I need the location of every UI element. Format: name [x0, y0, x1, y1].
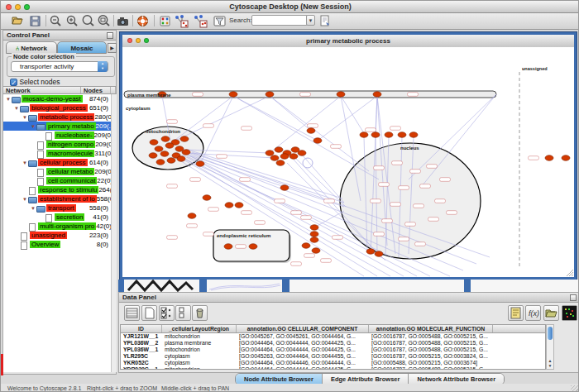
tree-item-label[interactable]: Overview — [30, 241, 60, 248]
network-edge[interactable] — [172, 96, 233, 142]
network-node[interactable] — [249, 244, 257, 250]
table-cell[interactable]: cytoplasm — [162, 353, 237, 360]
column-header[interactable]: annotation.GO MOLECULAR_FUNCTION — [369, 325, 493, 332]
tree-row[interactable]: ▼establishment of lo558(0) — [3, 194, 111, 203]
self-loop-edge[interactable] — [303, 158, 313, 168]
network-node[interactable] — [312, 248, 320, 254]
disclosure-triangle-icon[interactable]: ▼ — [22, 115, 28, 120]
save-session-icon[interactable] — [28, 14, 42, 28]
table-cell[interactable]: [GO:0016787, GO:0005488, GO:0005215, G..… — [369, 340, 493, 347]
tree-row[interactable]: cellular metabo209(0) — [3, 167, 111, 176]
network-node[interactable] — [371, 132, 380, 138]
table-row[interactable]: YDR039C__1mitochondrion[GO:0044464, GO:0… — [121, 366, 545, 370]
network-node[interactable] — [337, 92, 345, 98]
network-node[interactable] — [155, 146, 163, 152]
network-node[interactable] — [280, 154, 289, 160]
search-dropdown-arrow[interactable]: ▼ — [306, 15, 315, 26]
network-node[interactable] — [182, 150, 190, 155]
node-color-dropdown[interactable]: transporter activity ▲▼ — [11, 61, 108, 72]
table-row[interactable]: YLR295Ccytoplasm[GO:0045263, GO:0044464,… — [121, 353, 545, 360]
layout-grid-icon[interactable] — [158, 14, 172, 28]
table-cell[interactable]: [GO:0044464, GO:0044444, GO:0044425, G..… — [237, 340, 369, 347]
network-node[interactable] — [310, 232, 318, 237]
table-cell[interactable]: [GO:0044464, GO:0044446, GO:0044444, G..… — [237, 360, 369, 366]
tree-item-label[interactable]: cellular metabo — [46, 168, 94, 175]
network-canvas[interactable]: plasma membrane cytoplasm mitochondrion … — [122, 47, 574, 277]
tree-item-label[interactable]: unassigned — [30, 232, 67, 239]
network-node[interactable] — [302, 243, 310, 249]
minimize-button[interactable] — [136, 38, 141, 43]
tab-mosaic[interactable]: Mosaic — [57, 41, 107, 54]
tree-item-label[interactable]: nucleobase- — [55, 131, 94, 139]
tree-row[interactable]: nitrogen compo209(0) — [3, 140, 111, 149]
network-window-titlebar[interactable]: primary metabolic process — [122, 35, 574, 48]
tree-row[interactable]: ▼mosaic-demo-yeast874(0) — [3, 94, 111, 103]
tree-row[interactable]: secretion41(0) — [3, 213, 111, 222]
network-node[interactable] — [290, 154, 298, 160]
tree-item-label[interactable]: cellular process — [38, 159, 88, 166]
disclosure-triangle-icon[interactable]: ▼ — [13, 106, 20, 111]
table-cell[interactable]: [GO:0005488, GO:0005215, GO:0003674] — [369, 360, 493, 366]
network-edge[interactable] — [314, 211, 344, 227]
tree-item-label[interactable]: macromolecule — [46, 150, 94, 157]
select-attributes-icon[interactable] — [124, 305, 140, 321]
network-node[interactable] — [160, 151, 169, 157]
disclosure-triangle-icon[interactable]: ▼ — [30, 124, 36, 129]
table-cell[interactable]: [GO:0016787, GO:0005215, GO:0003824, G..… — [369, 353, 493, 360]
select-nodes-checkbox[interactable]: ✓ — [10, 79, 17, 86]
network-node[interactable] — [266, 151, 274, 156]
import-attributes-file-icon[interactable] — [543, 305, 559, 321]
table-cell[interactable]: [GO:0016787, GO:0005488, GO:0005215, G..… — [369, 366, 493, 370]
table-cell[interactable]: YJR121W__1 — [121, 333, 162, 340]
network-node[interactable] — [298, 151, 306, 156]
tab-overflow-arrow[interactable]: ▶ — [108, 43, 117, 53]
float-panel-icon[interactable] — [107, 32, 113, 39]
close-button[interactable] — [6, 4, 12, 10]
tree-row[interactable]: ▼metabolic process280(0) — [3, 112, 111, 122]
network-node[interactable] — [188, 213, 196, 219]
tree-row[interactable]: ▼biological_process651(0) — [3, 103, 111, 112]
network-node[interactable] — [235, 203, 243, 208]
network-node[interactable] — [398, 132, 406, 138]
zoom-in-icon[interactable] — [65, 14, 79, 28]
network-edge[interactable] — [376, 96, 377, 133]
table-row[interactable]: YPL036W__1mitochondrion[GO:0044464, GO:0… — [121, 347, 545, 353]
column-network[interactable]: Network — [3, 87, 81, 93]
tree-row[interactable]: macromolecule311(0) — [3, 149, 111, 158]
network-node[interactable] — [375, 251, 383, 257]
network-node[interactable] — [310, 237, 318, 243]
notes-icon[interactable] — [508, 305, 524, 321]
column-header[interactable]: annotation.GO CELLULAR_COMPONENT — [237, 325, 369, 332]
minimize-button[interactable] — [15, 4, 21, 10]
attribute-batch-edit-icon[interactable] — [159, 305, 175, 321]
disclosure-triangle-icon[interactable]: ▼ — [5, 97, 12, 102]
network-node[interactable] — [562, 155, 570, 161]
disclosure-triangle-icon[interactable]: ▼ — [22, 160, 28, 165]
zoom-window-button[interactable] — [144, 38, 149, 43]
table-cell[interactable]: YDR039C__1 — [121, 366, 162, 370]
network-edge[interactable] — [200, 96, 233, 164]
network-node[interactable] — [229, 92, 237, 98]
network-node[interactable] — [270, 155, 279, 161]
table-cell[interactable]: YPL036W__1 — [121, 347, 162, 353]
tree-item-label[interactable]: secretion — [55, 213, 84, 221]
network-node[interactable] — [280, 185, 289, 191]
annotate-icon[interactable] — [318, 14, 333, 28]
filter-icon[interactable] — [213, 14, 227, 28]
tree-row[interactable]: ▼primary metabo209(... — [3, 122, 111, 131]
tree-row[interactable]: nucleobase-209(0) — [3, 131, 111, 140]
table-cell[interactable]: mitochondrion — [162, 366, 237, 370]
network-node[interactable] — [409, 132, 418, 138]
network-node[interactable] — [313, 138, 322, 144]
network-edge[interactable] — [302, 155, 344, 203]
network-node[interactable] — [156, 160, 165, 165]
tree-row[interactable]: Overview8(0) — [3, 240, 111, 249]
tree-item-label[interactable]: mosaic-demo-yeast — [22, 95, 83, 103]
table-row[interactable]: YPL036W__2plasma membrane[GO:0044464, GO… — [121, 340, 545, 347]
network-node[interactable] — [161, 136, 170, 142]
disclosure-triangle-icon[interactable]: ▼ — [30, 206, 36, 211]
network-node[interactable] — [266, 92, 274, 98]
network-edge[interactable] — [270, 96, 311, 131]
tree-row[interactable]: cell communicat22(0) — [3, 176, 111, 185]
import-network-icon[interactable] — [174, 14, 188, 28]
